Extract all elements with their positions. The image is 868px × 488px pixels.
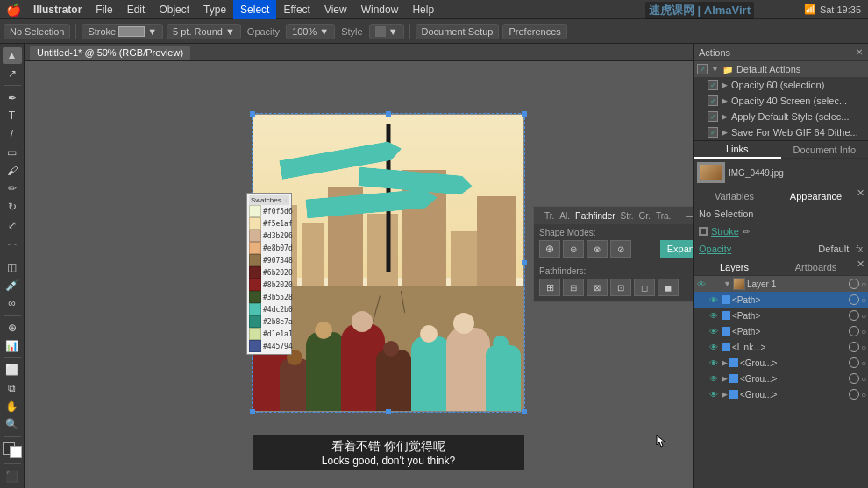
rotate-tool[interactable]: ↻ [3, 199, 22, 216]
layers-tab[interactable]: Layers [694, 258, 775, 275]
type-tool[interactable]: T [3, 108, 22, 124]
pf-minimize-btn[interactable]: — [686, 210, 693, 222]
layer-1-target[interactable] [849, 279, 859, 289]
swatches-close-btn[interactable]: × [283, 196, 288, 204]
style-selector[interactable]: ▼ [369, 24, 404, 39]
action-expand-2[interactable]: ▶ [722, 112, 728, 121]
swatch-7[interactable] [249, 291, 261, 303]
stroke-weight[interactable]: 5 pt. Round ▼ [167, 24, 241, 39]
group-0-expand[interactable]: ▶ [722, 358, 728, 367]
menu-help[interactable]: Help [405, 0, 441, 19]
paintbrush-tool[interactable]: 🖌 [3, 162, 22, 179]
action-expand-1[interactable]: ▶ [722, 96, 728, 105]
appearance-tab[interactable]: Appearance [775, 187, 857, 205]
pf-merge-btn[interactable]: ⊠ [587, 279, 608, 296]
swatch-3[interactable] [249, 242, 261, 254]
swatch-5[interactable] [249, 266, 261, 279]
pencil-tool[interactable]: ✏ [3, 180, 22, 197]
slice-tool[interactable]: ⧉ [3, 380, 22, 397]
menu-window[interactable]: Window [354, 0, 406, 19]
change-screen-mode[interactable]: ⬛ [3, 468, 22, 484]
artboards-tab[interactable]: Artboards [775, 258, 857, 275]
pf-expand-btn[interactable]: Expand [660, 240, 693, 258]
links-tab[interactable]: Links [694, 141, 781, 159]
line-tool[interactable]: / [3, 126, 22, 143]
menu-file[interactable]: File [89, 0, 119, 19]
group-1-vis[interactable]: 👁 [708, 372, 720, 385]
path-0-options[interactable]: ○ [861, 295, 866, 305]
variables-tab[interactable]: Variables [694, 187, 775, 205]
group-2-expand[interactable]: ▶ [722, 390, 728, 399]
fx-icon[interactable]: fx [856, 244, 863, 254]
menu-select[interactable]: Select [233, 0, 276, 19]
action-row-1[interactable]: ✓ ▶ Opacity 40 Screen (selec... [694, 93, 868, 109]
artboard-tool[interactable]: ⬜ [3, 362, 22, 378]
action-row-2[interactable]: ✓ ▶ Apply Default Style (selec... [694, 109, 868, 124]
pf-tab-tr[interactable]: Tr. [544, 211, 554, 221]
path-1-target[interactable] [849, 310, 859, 321]
group-0-vis[interactable]: 👁 [708, 357, 720, 369]
menu-object[interactable]: Object [152, 0, 196, 19]
layer-1-expand[interactable]: ▼ [723, 279, 731, 288]
stroke-selector[interactable]: Stroke ▼ [82, 24, 163, 39]
preferences-btn[interactable]: Preferences [502, 24, 566, 39]
pf-crop-btn[interactable]: ⊡ [610, 279, 631, 296]
layer-1-lock[interactable] [709, 278, 722, 290]
group-2-target[interactable] [849, 389, 859, 400]
action-row-0[interactable]: ✓ ▶ Opacity 60 (selection) [694, 77, 868, 93]
doc-info-tab[interactable]: Document Info [781, 141, 869, 159]
group-row-2[interactable]: 👁 ▶ <Grou...> ○ [694, 386, 868, 402]
pf-tab-str[interactable]: Str. [621, 211, 634, 221]
action-row-3[interactable]: ✓ ▶ Save For Web GIF 64 Dithe... [694, 124, 868, 140]
path-2-target[interactable] [849, 326, 859, 336]
actions-folder-row[interactable]: ✓ ▼ 📁 Default Actions [694, 61, 868, 77]
swatch-8[interactable] [249, 303, 261, 315]
blend-tool[interactable]: ∞ [3, 295, 22, 312]
path-1-options[interactable]: ○ [861, 311, 866, 321]
path-row-2[interactable]: 👁 <Path> ○ [694, 323, 868, 339]
path-0-target[interactable] [849, 294, 859, 305]
link-vis[interactable]: 👁 [708, 341, 720, 353]
actions-panel-close[interactable]: ✕ [856, 47, 863, 57]
path-row-1[interactable]: 👁 <Path> ○ [694, 308, 868, 323]
app-name[interactable]: Illustrator [26, 0, 89, 19]
group-1-expand[interactable]: ▶ [722, 374, 728, 383]
scale-tool[interactable]: ⤢ [3, 216, 22, 233]
menu-edit[interactable]: Edit [120, 0, 153, 19]
direct-select-tool[interactable]: ↗ [3, 66, 22, 82]
path-row-0[interactable]: 👁 <Path> ○ [694, 292, 868, 308]
swatch-11[interactable] [249, 340, 261, 352]
group-row-1[interactable]: 👁 ▶ <Grou...> ○ [694, 371, 868, 386]
pf-outline-btn[interactable]: ◻ [634, 279, 655, 296]
pf-intersect-btn[interactable]: ⊗ [587, 240, 608, 258]
pf-unite-btn[interactable]: ⊕ [539, 240, 560, 258]
swatch-1[interactable] [249, 217, 261, 230]
actions-folder-expand[interactable]: ▼ [711, 65, 719, 74]
layer-1-options[interactable]: ○ [861, 279, 866, 289]
pf-minus-front-btn[interactable]: ⊖ [563, 240, 584, 258]
swatch-9[interactable] [249, 315, 261, 328]
zoom-tool[interactable]: 🔍 [3, 416, 22, 433]
swatch-6[interactable] [249, 279, 261, 291]
select-tool[interactable]: ▲ [3, 47, 22, 64]
pf-tab-tra[interactable]: Tra. [656, 211, 671, 221]
opacity-value[interactable]: 100% ▼ [286, 24, 335, 39]
menu-effect[interactable]: Effect [276, 0, 317, 19]
document-setup-btn[interactable]: Document Setup [416, 24, 500, 39]
pen-tool[interactable]: ✒ [3, 89, 22, 106]
pf-exclude-btn[interactable]: ⊘ [610, 240, 631, 258]
document-tab[interactable]: Untitled-1* @ 50% (RGB/Preview) [30, 46, 190, 60]
pf-trim-btn[interactable]: ⊟ [563, 279, 584, 296]
swatch-0[interactable] [249, 205, 261, 217]
rect-tool[interactable]: ▭ [3, 144, 22, 160]
pf-tab-al[interactable]: Al. [559, 211, 570, 221]
appearance-panel-close[interactable]: ✕ [857, 187, 868, 205]
pf-tab-gr[interactable]: Gr. [639, 211, 651, 221]
link-row[interactable]: 👁 <Link...> ○ [694, 339, 868, 355]
pf-divide-btn[interactable]: ⊞ [539, 279, 560, 296]
layers-panel-close[interactable]: ✕ [857, 258, 868, 275]
group-0-target[interactable] [849, 357, 859, 368]
hand-tool[interactable]: ✋ [3, 398, 22, 414]
link-options[interactable]: ○ [861, 343, 866, 352]
pf-minus-back-btn[interactable]: ◼ [658, 279, 679, 296]
